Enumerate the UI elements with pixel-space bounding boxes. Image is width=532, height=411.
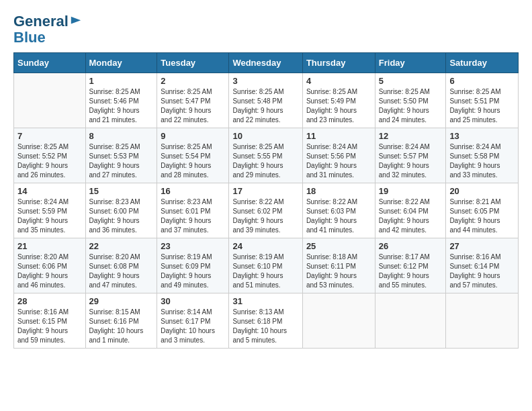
calendar-cell: 26Sunrise: 8:17 AM Sunset: 6:12 PM Dayli…: [375, 238, 446, 293]
day-number: 18: [306, 186, 371, 196]
day-number: 15: [89, 186, 154, 196]
weekday-header-tuesday: Tuesday: [157, 53, 229, 73]
calendar-cell: [375, 293, 446, 349]
day-number: 31: [232, 296, 298, 306]
calendar-cell: 5Sunrise: 8:25 AM Sunset: 5:50 PM Daylig…: [375, 73, 446, 128]
day-info: Sunrise: 8:23 AM Sunset: 6:01 PM Dayligh…: [161, 197, 225, 235]
calendar-cell: 9Sunrise: 8:25 AM Sunset: 5:54 PM Daylig…: [157, 128, 229, 183]
day-info: Sunrise: 8:14 AM Sunset: 6:17 PM Dayligh…: [161, 308, 225, 345]
calendar-cell: 21Sunrise: 8:20 AM Sunset: 6:06 PM Dayli…: [14, 238, 86, 293]
day-info: Sunrise: 8:20 AM Sunset: 6:08 PM Dayligh…: [89, 253, 154, 290]
day-info: Sunrise: 8:25 AM Sunset: 5:49 PM Dayligh…: [306, 87, 371, 125]
day-info: Sunrise: 8:19 AM Sunset: 6:10 PM Dayligh…: [232, 253, 298, 290]
calendar-cell: 2Sunrise: 8:25 AM Sunset: 5:47 PM Daylig…: [157, 73, 229, 128]
day-number: 23: [161, 241, 225, 251]
calendar-week-row: 1Sunrise: 8:25 AM Sunset: 5:46 PM Daylig…: [14, 73, 519, 128]
logo: General Blue: [13, 13, 82, 46]
day-info: Sunrise: 8:19 AM Sunset: 6:09 PM Dayligh…: [161, 253, 225, 290]
day-number: 25: [306, 241, 371, 251]
day-info: Sunrise: 8:18 AM Sunset: 6:11 PM Dayligh…: [306, 253, 371, 290]
day-number: 14: [17, 186, 82, 196]
day-info: Sunrise: 8:24 AM Sunset: 5:59 PM Dayligh…: [17, 197, 82, 235]
day-info: Sunrise: 8:25 AM Sunset: 5:51 PM Dayligh…: [449, 87, 515, 125]
day-number: 6: [449, 76, 515, 86]
weekday-header-wednesday: Wednesday: [229, 53, 302, 73]
calendar-week-row: 14Sunrise: 8:24 AM Sunset: 5:59 PM Dayli…: [14, 183, 519, 238]
day-info: Sunrise: 8:20 AM Sunset: 6:06 PM Dayligh…: [17, 253, 82, 290]
calendar-week-row: 21Sunrise: 8:20 AM Sunset: 6:06 PM Dayli…: [14, 238, 519, 293]
day-number: 13: [449, 131, 515, 141]
calendar-cell: 10Sunrise: 8:25 AM Sunset: 5:55 PM Dayli…: [229, 128, 302, 183]
day-number: 30: [161, 296, 225, 306]
day-info: Sunrise: 8:17 AM Sunset: 6:12 PM Dayligh…: [379, 253, 443, 290]
calendar-cell: 4Sunrise: 8:25 AM Sunset: 5:49 PM Daylig…: [302, 73, 375, 128]
calendar-cell: 22Sunrise: 8:20 AM Sunset: 6:08 PM Dayli…: [85, 238, 157, 293]
calendar-cell: [14, 73, 86, 128]
day-info: Sunrise: 8:15 AM Sunset: 6:16 PM Dayligh…: [89, 308, 154, 345]
day-number: 28: [17, 296, 82, 306]
day-number: 10: [232, 131, 298, 141]
day-number: 9: [161, 131, 225, 141]
day-info: Sunrise: 8:25 AM Sunset: 5:46 PM Dayligh…: [89, 87, 154, 125]
calendar-cell: 19Sunrise: 8:22 AM Sunset: 6:04 PM Dayli…: [375, 183, 446, 238]
day-number: 8: [89, 131, 154, 141]
day-info: Sunrise: 8:13 AM Sunset: 6:18 PM Dayligh…: [232, 308, 298, 345]
weekday-header-monday: Monday: [85, 53, 157, 73]
calendar-cell: [446, 293, 519, 349]
weekday-header-thursday: Thursday: [302, 53, 375, 73]
day-number: 12: [379, 131, 443, 141]
calendar-cell: 7Sunrise: 8:25 AM Sunset: 5:52 PM Daylig…: [14, 128, 86, 183]
calendar-cell: 27Sunrise: 8:16 AM Sunset: 6:14 PM Dayli…: [446, 238, 519, 293]
calendar-cell: 15Sunrise: 8:23 AM Sunset: 6:00 PM Dayli…: [85, 183, 157, 238]
calendar-cell: 13Sunrise: 8:24 AM Sunset: 5:58 PM Dayli…: [446, 128, 519, 183]
day-number: 27: [449, 241, 515, 251]
day-number: 22: [89, 241, 154, 251]
calendar-cell: 6Sunrise: 8:25 AM Sunset: 5:51 PM Daylig…: [446, 73, 519, 128]
day-info: Sunrise: 8:25 AM Sunset: 5:48 PM Dayligh…: [232, 87, 298, 125]
calendar-cell: 20Sunrise: 8:21 AM Sunset: 6:05 PM Dayli…: [446, 183, 519, 238]
day-info: Sunrise: 8:16 AM Sunset: 6:14 PM Dayligh…: [449, 253, 515, 290]
day-number: 29: [89, 296, 154, 306]
calendar-cell: 14Sunrise: 8:24 AM Sunset: 5:59 PM Dayli…: [14, 183, 86, 238]
day-info: Sunrise: 8:25 AM Sunset: 5:52 PM Dayligh…: [17, 142, 82, 180]
day-info: Sunrise: 8:21 AM Sunset: 6:05 PM Dayligh…: [449, 197, 515, 235]
day-number: 16: [161, 186, 225, 196]
calendar-cell: 23Sunrise: 8:19 AM Sunset: 6:09 PM Dayli…: [157, 238, 229, 293]
day-info: Sunrise: 8:25 AM Sunset: 5:47 PM Dayligh…: [161, 87, 225, 125]
calendar-cell: 16Sunrise: 8:23 AM Sunset: 6:01 PM Dayli…: [157, 183, 229, 238]
calendar-cell: 30Sunrise: 8:14 AM Sunset: 6:17 PM Dayli…: [157, 293, 229, 349]
day-number: 5: [379, 76, 443, 86]
calendar-cell: 17Sunrise: 8:22 AM Sunset: 6:02 PM Dayli…: [229, 183, 302, 238]
day-info: Sunrise: 8:25 AM Sunset: 5:55 PM Dayligh…: [232, 142, 298, 180]
calendar-week-row: 7Sunrise: 8:25 AM Sunset: 5:52 PM Daylig…: [14, 128, 519, 183]
calendar-cell: 28Sunrise: 8:16 AM Sunset: 6:15 PM Dayli…: [14, 293, 86, 349]
calendar-cell: [302, 293, 375, 349]
day-info: Sunrise: 8:22 AM Sunset: 6:03 PM Dayligh…: [306, 197, 371, 235]
calendar-cell: 11Sunrise: 8:24 AM Sunset: 5:56 PM Dayli…: [302, 128, 375, 183]
day-number: 24: [232, 241, 298, 251]
calendar-cell: 24Sunrise: 8:19 AM Sunset: 6:10 PM Dayli…: [229, 238, 302, 293]
weekday-header-row: SundayMondayTuesdayWednesdayThursdayFrid…: [14, 53, 519, 73]
calendar-cell: 31Sunrise: 8:13 AM Sunset: 6:18 PM Dayli…: [229, 293, 302, 349]
day-info: Sunrise: 8:23 AM Sunset: 6:00 PM Dayligh…: [89, 197, 154, 235]
day-number: 3: [232, 76, 298, 86]
calendar-cell: 3Sunrise: 8:25 AM Sunset: 5:48 PM Daylig…: [229, 73, 302, 128]
day-number: 7: [17, 131, 82, 141]
day-info: Sunrise: 8:25 AM Sunset: 5:50 PM Dayligh…: [379, 87, 443, 125]
page-header: General Blue: [13, 13, 519, 46]
day-info: Sunrise: 8:16 AM Sunset: 6:15 PM Dayligh…: [17, 308, 82, 345]
logo-text-line1: General: [13, 13, 69, 30]
calendar-week-row: 28Sunrise: 8:16 AM Sunset: 6:15 PM Dayli…: [14, 293, 519, 349]
calendar-cell: 8Sunrise: 8:25 AM Sunset: 5:53 PM Daylig…: [85, 128, 157, 183]
calendar-cell: 25Sunrise: 8:18 AM Sunset: 6:11 PM Dayli…: [302, 238, 375, 293]
weekday-header-friday: Friday: [375, 53, 446, 73]
calendar-cell: 18Sunrise: 8:22 AM Sunset: 6:03 PM Dayli…: [302, 183, 375, 238]
svg-marker-0: [71, 17, 81, 24]
day-number: 4: [306, 76, 371, 86]
day-number: 2: [161, 76, 225, 86]
day-info: Sunrise: 8:24 AM Sunset: 5:56 PM Dayligh…: [306, 142, 371, 180]
calendar-cell: 29Sunrise: 8:15 AM Sunset: 6:16 PM Dayli…: [85, 293, 157, 349]
logo-text-line2: Blue: [13, 30, 82, 46]
day-number: 1: [89, 76, 154, 86]
day-number: 26: [379, 241, 443, 251]
